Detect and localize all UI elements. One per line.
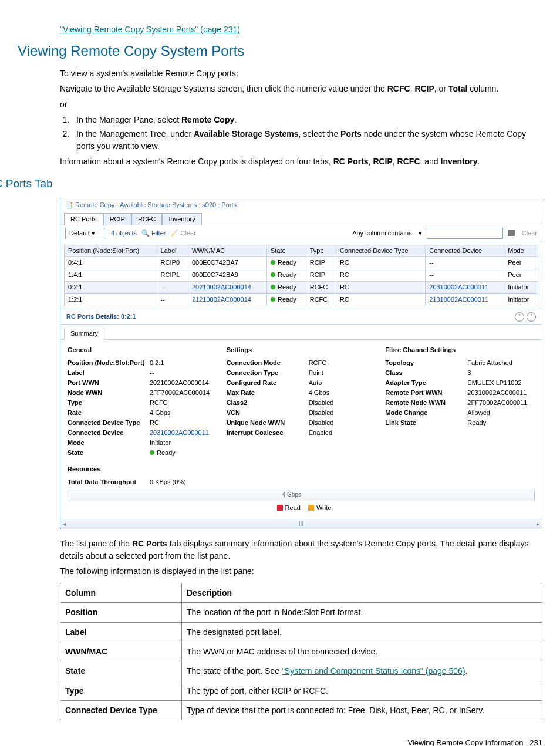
grid-cell: 20310002AC000011 [426, 282, 504, 294]
general-heading: General [68, 346, 217, 355]
kv-row: TypeRCFC [68, 399, 217, 408]
chevron-up-icon[interactable]: ˄ [515, 312, 524, 322]
kv-value: RCFC [150, 399, 217, 408]
kv-key: Remote Port WWN [385, 389, 467, 398]
grid-cell: 21210002AC000014 [188, 294, 266, 306]
contains-label: Any column contains: [352, 229, 414, 238]
grid-row[interactable]: 0:4:1RCIP0000E0C742BA7ReadyRCIPRC--Peer [65, 257, 538, 269]
grid-cell: -- [426, 269, 504, 282]
grid-header[interactable]: Connected Device [426, 245, 504, 257]
grid-header[interactable]: Type [306, 245, 336, 257]
grid-cell: Peer [504, 257, 538, 269]
page-footer: Viewing Remote Copy Information 231 [60, 738, 542, 746]
tab-rcfc[interactable]: RCFC [131, 213, 163, 225]
settings-col: Settings Connection ModeRCFCConnection T… [227, 346, 376, 458]
scrollbar[interactable]: ◂III▸ [60, 519, 542, 529]
grid-header[interactable]: Label [157, 245, 188, 257]
grid-cell: RCFC [306, 282, 336, 294]
step-1: In the Manager Pane, select Remote Copy. [72, 114, 542, 126]
grid-cell: Ready [266, 269, 306, 282]
chevron-down-icon[interactable]: ˅ [527, 312, 536, 322]
doc-col-desc: Type of device that the port is connecte… [182, 700, 542, 720]
resources-section: Resources Total Data Throughput0 KBps (0… [60, 465, 542, 519]
kv-row: Unique Node WWNDisabled [227, 418, 376, 428]
grid-cell: 0:2:1 [65, 282, 157, 294]
kv-row: VCNDisabled [227, 409, 376, 418]
kv-row: Connection TypePoint [227, 369, 376, 378]
grid-row[interactable]: 1:2:1--21210002AC000014ReadyRCFCRC213100… [65, 294, 538, 306]
contains-dropdown-icon[interactable]: ▾ [419, 229, 422, 238]
print-button[interactable] [508, 229, 517, 238]
legend-read-swatch [277, 505, 283, 511]
grid-header[interactable]: Position (Node:Slot:Port) [65, 245, 157, 257]
kv-value: RC [150, 418, 217, 428]
grid-cell: RCIP [306, 257, 336, 269]
kv-value: Ready [150, 448, 217, 458]
kv-row: Node WWN2FF70002AC000014 [68, 389, 217, 398]
kv-value: Disabled [309, 418, 376, 428]
fc-heading: Fibre Channel Settings [385, 346, 535, 355]
tab-rc-ports[interactable]: RC Ports [64, 213, 103, 225]
xref-link[interactable]: "System and Component Status Icons" (pag… [282, 666, 465, 676]
grid-row[interactable]: 0:2:1--20210002AC000014ReadyRCFCRC203100… [65, 282, 538, 294]
grid-cell: Ready [266, 257, 306, 269]
grid-cell: Initiator [504, 282, 538, 294]
legend: Read Write [68, 504, 535, 513]
kv-row: Max Rate4 Gbps [227, 389, 376, 398]
doc-row: PositionThe location of the port in Node… [60, 603, 542, 622]
kv-key: Unique Node WWN [227, 418, 309, 428]
detail-subtabs: Summary [60, 327, 542, 340]
intro-p3: Information about a system's Remote Copy… [60, 156, 542, 167]
fc-col: Fibre Channel Settings TopologyFabric At… [385, 346, 535, 458]
kv-value: Disabled [309, 399, 376, 408]
grid-header[interactable]: Mode [504, 245, 538, 257]
kv-key: Class2 [227, 399, 309, 408]
clear-button[interactable]: Clear [522, 229, 537, 238]
kv-row: Remote Port WWN20310002AC000011 [385, 389, 535, 398]
kv-value: Allowed [467, 409, 535, 418]
object-count: 4 objects [111, 229, 137, 238]
kv-key: Label [68, 369, 150, 378]
kv-key: Max Rate [227, 389, 309, 398]
screenshot-panel: 📑 Remote Copy : Available Storage System… [60, 198, 542, 530]
clear-link[interactable]: 🧹 Clear [170, 229, 195, 238]
tab-rcip[interactable]: RCIP [103, 213, 131, 225]
grid-cell: RC [336, 282, 425, 294]
tab-inventory[interactable]: Inventory [162, 213, 201, 225]
grid-cell: -- [157, 282, 188, 294]
kv-value: 2FF70002AC000011 [467, 399, 535, 408]
grid-cell: 000E0C742BA7 [188, 257, 266, 269]
doc-row: Connected Device TypeType of device that… [60, 700, 542, 720]
doc-col-name: Position [60, 603, 182, 622]
grid-header[interactable]: State [266, 245, 306, 257]
kv-key: Configured Rate [227, 379, 309, 388]
kv-value: -- [150, 369, 217, 378]
grid-cell: RCIP [306, 269, 336, 282]
kv-value: 3 [467, 369, 535, 378]
contains-input[interactable] [427, 228, 503, 239]
kv-value: 2FF70002AC000014 [150, 389, 217, 398]
grid-row[interactable]: 1:4:1RCIP1000E0C742BA9ReadyRCIPRC--Peer [65, 269, 538, 282]
toolbar: Default ▾ 4 objects 🔍 Filter 🧹 Clear Any… [60, 225, 542, 242]
filter-link[interactable]: 🔍 Filter [141, 229, 166, 238]
kv-row: Interrupt CoalesceEnabled [227, 428, 376, 438]
grid-cell: Initiator [504, 294, 538, 306]
grid-header[interactable]: Connected Device Type [336, 245, 425, 257]
xref-link[interactable]: "Viewing Remote Copy System Ports" (page… [60, 25, 240, 34]
doc-col-name: Type [60, 681, 182, 700]
grid-cell: RCIP0 [157, 257, 188, 269]
kv-key: Remote Node WWN [385, 399, 467, 408]
collapse-icons[interactable]: ˄˅ [512, 312, 536, 322]
view-select[interactable]: Default ▾ [65, 228, 106, 239]
grid-cell: Ready [266, 294, 306, 306]
kv-value: Auto [309, 379, 376, 388]
kv-key: Mode Change [385, 409, 467, 418]
doc-col-desc: The designated port label. [182, 622, 542, 642]
kv-value: 20310002AC000011 [467, 389, 535, 398]
subtab-summary[interactable]: Summary [64, 328, 104, 340]
or-text: or [60, 99, 542, 110]
grid-header[interactable]: WWN/MAC [188, 245, 266, 257]
doc-th-column: Column [60, 583, 182, 603]
kv-value: Ready [467, 418, 535, 428]
kv-key: Rate [68, 409, 150, 418]
